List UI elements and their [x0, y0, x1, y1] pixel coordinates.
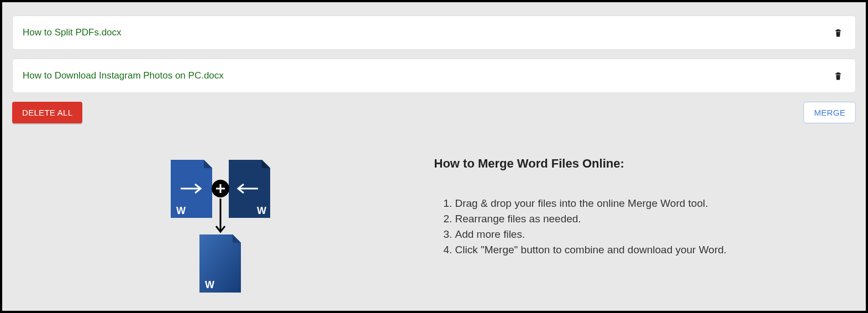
info-title: How to Merge Word Files Online: [434, 156, 856, 171]
delete-all-button[interactable]: DELETE ALL [12, 102, 82, 123]
svg-marker-11 [233, 234, 241, 243]
delete-file-button[interactable] [831, 68, 845, 84]
file-row[interactable]: How to Split PDFs.docx [12, 15, 856, 50]
info-section: W W [12, 156, 856, 304]
info-step: Rearrange files as needed. [455, 212, 856, 227]
svg-marker-1 [204, 160, 212, 168]
trash-icon [833, 70, 843, 81]
info-step: Click "Merge" button to combine and down… [455, 243, 856, 258]
merge-word-illustration-svg: W W [165, 160, 281, 304]
info-step: Add more files. [455, 227, 856, 242]
info-text: How to Merge Word Files Online: Drag & d… [434, 156, 856, 304]
file-label: W [205, 279, 214, 290]
info-step: Drag & drop your files into the online M… [455, 196, 856, 211]
merge-illustration: W W [12, 156, 434, 304]
svg-marker-4 [262, 160, 270, 168]
file-label: W [257, 205, 266, 216]
file-row[interactable]: How to Download Instagram Photos on PC.d… [12, 59, 856, 93]
info-steps-list: Drag & drop your files into the online M… [434, 196, 856, 258]
trash-icon [833, 27, 843, 38]
file-name: How to Download Instagram Photos on PC.d… [23, 70, 224, 81]
file-name: How to Split PDFs.docx [23, 27, 122, 38]
file-label: W [176, 205, 186, 216]
delete-file-button[interactable] [831, 25, 845, 40]
actions-row: DELETE ALL MERGE [12, 102, 856, 123]
merge-button[interactable]: MERGE [803, 102, 856, 123]
